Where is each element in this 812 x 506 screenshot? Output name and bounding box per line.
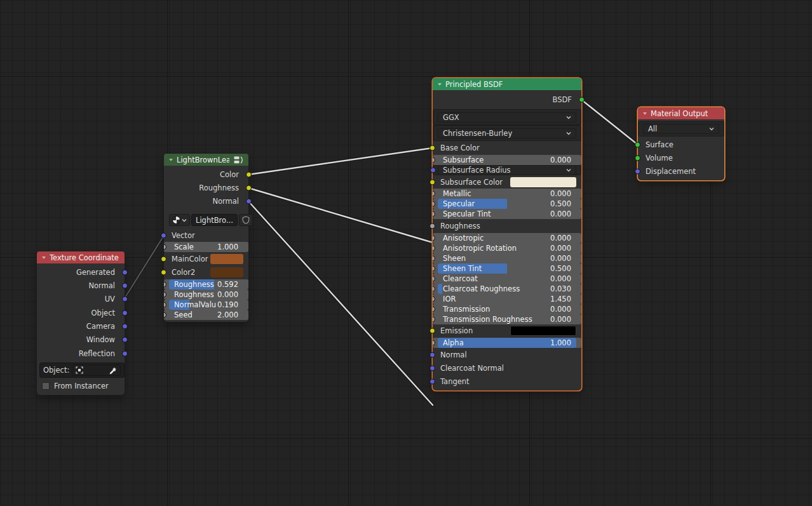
sheen-input-socket[interactable] [433, 255, 435, 261]
sheen-tint-slider[interactable]: Sheen Tint0.500 [438, 263, 576, 274]
normal-output-socket[interactable] [122, 283, 128, 288]
node-texture-coordinate[interactable]: Texture CoordinateGeneratedNormalUVObjec… [37, 251, 125, 395]
subsurface-color-color-swatch[interactable] [510, 177, 576, 187]
anisotropic-input-socket[interactable] [433, 235, 435, 241]
collapse-triangle-icon[interactable] [169, 159, 173, 161]
from-instancer-checkbox[interactable] [42, 382, 50, 390]
vector-input-socket[interactable] [161, 232, 166, 238]
roughness-output-socket[interactable] [246, 185, 252, 190]
anisotropic-rotation-slider[interactable]: Anisotropic Rotation0.000 [438, 243, 576, 253]
collapse-triangle-icon[interactable] [42, 256, 46, 259]
maincolor-color-swatch[interactable] [210, 254, 243, 264]
specular-tint-input-socket[interactable] [433, 211, 435, 217]
uv-output-socket[interactable] [122, 296, 128, 302]
metallic-slider[interactable]: Metallic0.000 [438, 189, 576, 199]
seed-slider[interactable]: Seed2.000 [169, 310, 243, 320]
alpha-slider[interactable]: Alpha1.000 [438, 338, 576, 348]
texture-coordinate-header[interactable]: Texture Coordinate [37, 251, 125, 263]
ior-input-socket[interactable] [433, 296, 435, 302]
transmission-input-socket[interactable] [433, 306, 435, 312]
material-output-row-displacement: Displacement [638, 165, 724, 178]
nodetree-name-field[interactable]: LightBro... [191, 214, 238, 226]
ggx-dropdown[interactable]: GGX [438, 112, 576, 123]
anisotropic-rotation-input-socket[interactable] [433, 245, 435, 251]
ior-slider[interactable]: IOR1.450 [438, 294, 576, 304]
roughness-input-socket[interactable] [164, 281, 166, 287]
eyedropper-button[interactable] [109, 366, 117, 375]
principled-bsdf-header[interactable]: Principled BSDF [433, 78, 581, 90]
node-light-brown-leather-group[interactable]: LightBrownLeath..ColorRoughnessNormalLig… [164, 154, 248, 322]
clearcoat-roughness-input-socket[interactable] [433, 286, 435, 291]
normalvalu-slider-label: NormalValu [174, 300, 216, 309]
collapse-triangle-icon[interactable] [438, 83, 442, 86]
clearcoat-input-socket[interactable] [433, 276, 435, 281]
displacement-input-socket[interactable] [635, 169, 640, 175]
maincolor-input-socket[interactable] [161, 256, 166, 262]
subsurface-radius-dropdown-value: Subsurface Radius [443, 166, 511, 175]
anisotropic-rotation-slider-value: 0.000 [550, 244, 571, 253]
sheen-slider[interactable]: Sheen0.000 [438, 253, 576, 263]
fake-user-toggle[interactable] [239, 214, 253, 226]
normal-output-socket[interactable] [246, 199, 252, 204]
node-principled-bsdf[interactable]: Principled BSDFBSDFGGXChristensen-Burley… [433, 78, 581, 390]
transmission-slider[interactable]: Transmission0.000 [438, 304, 576, 314]
color2-color-swatch[interactable] [210, 267, 243, 277]
window-output-socket[interactable] [122, 337, 128, 343]
scale-slider[interactable]: Scale1.000 [169, 242, 243, 252]
specular-tint-slider[interactable]: Specular Tint0.000 [438, 209, 576, 219]
object-output-socket[interactable] [122, 310, 128, 316]
light-brown-leather-group-header[interactable]: LightBrownLeath.. [164, 154, 248, 166]
clearcoat-roughness-slider[interactable]: Clearcoat Roughness0.030 [438, 284, 576, 294]
seed-input-socket[interactable] [164, 312, 166, 317]
collapse-triangle-icon[interactable] [643, 112, 647, 115]
transmission-roughness-slider[interactable]: Transmission Roughness0.000 [438, 314, 576, 324]
subsurface-input-socket[interactable] [433, 157, 435, 163]
normal-input-socket[interactable] [430, 352, 435, 357]
normalvalu-input-socket[interactable] [164, 302, 166, 307]
roughness-slider[interactable]: Roughness0.000 [169, 290, 243, 300]
principled-bsdf-row-clearcoat-roughness: Clearcoat Roughness0.030 [433, 284, 581, 294]
emission-input-socket[interactable] [430, 328, 435, 334]
emission-label: Emission [438, 326, 473, 335]
subsurface-slider[interactable]: Subsurface0.000 [438, 155, 576, 165]
node-material-output[interactable]: Material OutputAllSurfaceVolumeDisplacem… [638, 107, 724, 180]
normalvalu-slider[interactable]: NormalValu0.190 [169, 300, 243, 310]
alpha-input-socket[interactable] [433, 340, 435, 345]
all-dropdown[interactable]: All [643, 124, 719, 134]
generated-output-socket[interactable] [122, 269, 128, 275]
object-picker-field[interactable] [72, 364, 121, 376]
specular-input-socket[interactable] [433, 201, 435, 207]
scale-input-socket[interactable] [164, 244, 166, 250]
surface-input-socket[interactable] [635, 142, 640, 147]
emission-color-swatch[interactable] [510, 326, 576, 336]
subsurface-radius-dropdown[interactable]: Subsurface Radius [438, 165, 576, 175]
transmission-roughness-input-socket[interactable] [433, 316, 435, 322]
texture-coordinate-row-object: Object [37, 306, 125, 319]
node-editor-canvas[interactable]: Texture CoordinateGeneratedNormalUVObjec… [0, 0, 812, 506]
reflection-output-socket[interactable] [122, 350, 128, 356]
color2-input-socket[interactable] [161, 270, 166, 276]
sheen-tint-input-socket[interactable] [433, 265, 435, 271]
base-color-input-socket[interactable] [430, 145, 435, 151]
metallic-slider-value: 0.000 [550, 189, 571, 198]
roughness-slider[interactable]: Roughness0.592 [169, 279, 243, 290]
tangent-input-socket[interactable] [430, 379, 435, 385]
roughness-input-socket[interactable] [164, 291, 166, 297]
nodetree-browse-button[interactable] [169, 214, 190, 226]
volume-input-socket[interactable] [635, 155, 640, 161]
subsurface-radius-input-socket[interactable] [430, 168, 436, 173]
subsurface-color-input-socket[interactable] [430, 179, 435, 185]
camera-output-socket[interactable] [122, 323, 128, 329]
material-output-header[interactable]: Material Output [638, 107, 724, 119]
sheen-tint-slider-value: 0.500 [550, 264, 571, 273]
roughness-input-socket[interactable] [430, 223, 435, 229]
color-output-socket[interactable] [246, 171, 252, 177]
clearcoat-slider[interactable]: Clearcoat0.000 [438, 274, 576, 284]
bsdf-output-socket[interactable] [579, 97, 585, 103]
christensen-burley-dropdown[interactable]: Christensen-Burley [438, 128, 576, 138]
specular-slider[interactable]: Specular0.500 [438, 199, 576, 209]
anisotropic-slider[interactable]: Anisotropic0.000 [438, 233, 576, 243]
metallic-input-socket[interactable] [433, 191, 435, 197]
node-group-icon [234, 156, 243, 164]
clearcoat-normal-input-socket[interactable] [430, 365, 435, 371]
